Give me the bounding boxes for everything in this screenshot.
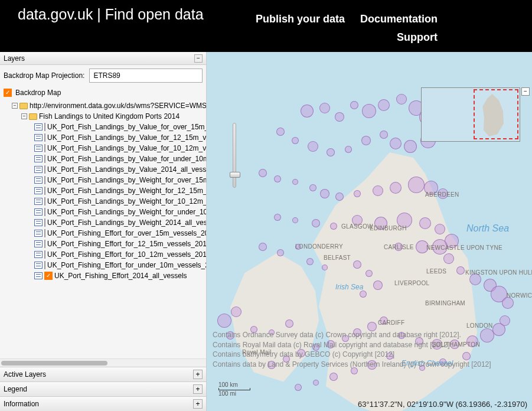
layer-row[interactable]: UK_Port_Fishing_Effort_for_over_15m_vess… xyxy=(4,228,206,239)
port-data-point[interactable] xyxy=(435,224,445,234)
layer-properties-icon[interactable] xyxy=(34,145,43,152)
port-data-point[interactable] xyxy=(322,265,328,270)
layer-properties-icon[interactable] xyxy=(34,123,43,131)
layer-checkbox[interactable] xyxy=(44,261,45,269)
port-data-point[interactable] xyxy=(443,253,454,264)
nav-support[interactable]: Support xyxy=(397,31,438,44)
layer-checkbox[interactable] xyxy=(44,176,45,184)
layer-checkbox[interactable] xyxy=(44,144,45,152)
layer-checkbox[interactable] xyxy=(44,240,45,248)
layer-row[interactable]: UK_Port_Fishing_Effort_for_under_10m_ves… xyxy=(4,260,206,270)
port-data-point[interactable] xyxy=(301,105,314,118)
scrollbar-thumb[interactable] xyxy=(1,361,107,366)
layer-row[interactable]: UK_Port_Fish_Landings_by_Value_for_10_12… xyxy=(4,143,206,154)
layer-properties-icon[interactable] xyxy=(34,208,43,216)
overview-map[interactable] xyxy=(421,87,520,142)
layer-properties-icon[interactable] xyxy=(34,187,43,194)
layer-row[interactable]: UK_Port_Fish_Landings_by_Weight_for_12_1… xyxy=(4,185,206,196)
layer-row[interactable]: UK_Port_Fish_Landings_by_Weight_for_unde… xyxy=(4,207,206,217)
layer-checkbox[interactable]: ✓ xyxy=(44,272,53,280)
layer-row[interactable]: UK_Port_Fish_Landings_by_Weight_for_over… xyxy=(4,175,206,185)
port-data-point[interactable] xyxy=(502,297,514,309)
zoom-slider[interactable] xyxy=(229,123,240,188)
port-data-point[interactable] xyxy=(217,314,231,328)
information-panel[interactable]: Information + xyxy=(0,396,206,411)
layer-properties-icon[interactable] xyxy=(34,272,43,279)
layer-properties-icon[interactable] xyxy=(34,251,43,258)
layer-checkbox[interactable] xyxy=(44,123,45,131)
layer-properties-icon[interactable] xyxy=(34,262,43,269)
zoom-track[interactable] xyxy=(233,123,236,188)
layer-properties-icon[interactable] xyxy=(34,166,43,173)
layer-properties-icon[interactable] xyxy=(34,155,43,162)
port-data-point[interactable] xyxy=(277,249,284,256)
port-data-point[interactable] xyxy=(295,384,302,391)
port-data-point[interactable] xyxy=(345,146,352,153)
port-data-point[interactable] xyxy=(320,189,329,198)
active-layers-panel[interactable]: Active Layers + xyxy=(0,367,206,381)
collapse-icon[interactable]: − xyxy=(194,54,203,63)
tree-service-node[interactable]: − http://environment.data.gov.uk/ds/wms?… xyxy=(4,100,206,111)
port-data-point[interactable] xyxy=(309,184,316,191)
backdrop-checkbox[interactable]: ✓ xyxy=(4,89,12,97)
tree-collapse-icon[interactable]: − xyxy=(12,103,18,109)
tree-collapse-icon[interactable]: − xyxy=(21,113,27,119)
port-data-point[interactable] xyxy=(361,136,371,145)
port-data-point[interactable] xyxy=(390,182,402,194)
port-data-point[interactable] xyxy=(327,148,335,156)
expand-icon[interactable]: + xyxy=(193,399,203,409)
layer-checkbox[interactable] xyxy=(44,133,45,142)
port-data-point[interactable] xyxy=(292,137,299,144)
layer-row[interactable]: UK_Port_Fishing_Effort_for_10_12m_vessel… xyxy=(4,249,206,260)
layer-checkbox[interactable] xyxy=(44,197,45,206)
port-data-point[interactable] xyxy=(292,217,298,223)
layer-row[interactable]: UK_Port_Fishing_Effort_for_12_15m_vessel… xyxy=(4,239,206,249)
layer-properties-icon[interactable] xyxy=(34,230,43,237)
port-data-point[interactable] xyxy=(312,219,320,227)
port-data-point[interactable] xyxy=(408,177,425,193)
expand-icon[interactable]: + xyxy=(193,370,203,379)
port-data-point[interactable] xyxy=(456,266,465,275)
layer-properties-icon[interactable] xyxy=(34,134,43,141)
port-data-point[interactable] xyxy=(329,373,338,381)
port-data-point[interactable] xyxy=(306,258,314,265)
layer-properties-icon[interactable] xyxy=(34,177,43,184)
nav-docs[interactable]: Documentation xyxy=(360,13,438,25)
port-data-point[interactable] xyxy=(259,243,267,251)
port-data-point[interactable] xyxy=(330,223,337,230)
port-data-point[interactable] xyxy=(350,101,358,109)
port-data-point[interactable] xyxy=(380,131,388,139)
overview-extent-box[interactable] xyxy=(474,89,518,139)
port-data-point[interactable] xyxy=(274,214,281,221)
layer-checkbox[interactable] xyxy=(44,165,45,174)
layer-row[interactable]: UK_Port_Fish_Landings_by_Value_for_12_15… xyxy=(4,132,206,143)
port-data-point[interactable] xyxy=(259,169,267,177)
tree-group-node[interactable]: − Fish Landings to United Kingdom Ports … xyxy=(4,111,206,122)
nav-publish[interactable]: Publish your data xyxy=(256,13,345,25)
legend-panel[interactable]: Legend + xyxy=(0,381,206,396)
port-data-point[interactable] xyxy=(353,260,361,269)
port-data-point[interactable] xyxy=(285,319,293,328)
port-data-point[interactable] xyxy=(365,270,373,277)
port-data-point[interactable] xyxy=(319,103,330,113)
layer-checkbox[interactable] xyxy=(44,208,45,216)
port-data-point[interactable] xyxy=(276,128,285,136)
layer-row[interactable]: UK_Port_Fish_Landings_by_Weight_2014_all… xyxy=(4,217,206,228)
layer-checkbox[interactable] xyxy=(44,218,45,227)
expand-icon[interactable]: + xyxy=(193,384,203,394)
overview-collapse-button[interactable]: − xyxy=(521,87,530,96)
layer-checkbox[interactable] xyxy=(44,229,45,237)
layer-row[interactable]: UK_Port_Fish_Landings_by_Weight_for_10_1… xyxy=(4,196,206,207)
layer-row[interactable]: UK_Port_Fish_Landings_by_Value_2014_all_… xyxy=(4,164,206,175)
port-data-point[interactable] xyxy=(354,190,361,197)
port-data-point[interactable] xyxy=(378,99,390,111)
layer-checkbox[interactable] xyxy=(44,250,45,259)
layers-panel-header[interactable]: Layers − xyxy=(0,52,206,65)
port-data-point[interactable] xyxy=(231,306,241,317)
layer-row[interactable]: UK_Port_Fish_Landings_by_Value_for_under… xyxy=(4,154,206,164)
layer-row[interactable]: ✓UK_Port_Fishing_Effort_2014_all_vessels xyxy=(4,270,206,281)
port-data-point[interactable] xyxy=(360,291,367,298)
port-data-point[interactable] xyxy=(274,175,281,182)
layer-properties-icon[interactable] xyxy=(34,219,43,226)
port-data-point[interactable] xyxy=(390,138,402,149)
